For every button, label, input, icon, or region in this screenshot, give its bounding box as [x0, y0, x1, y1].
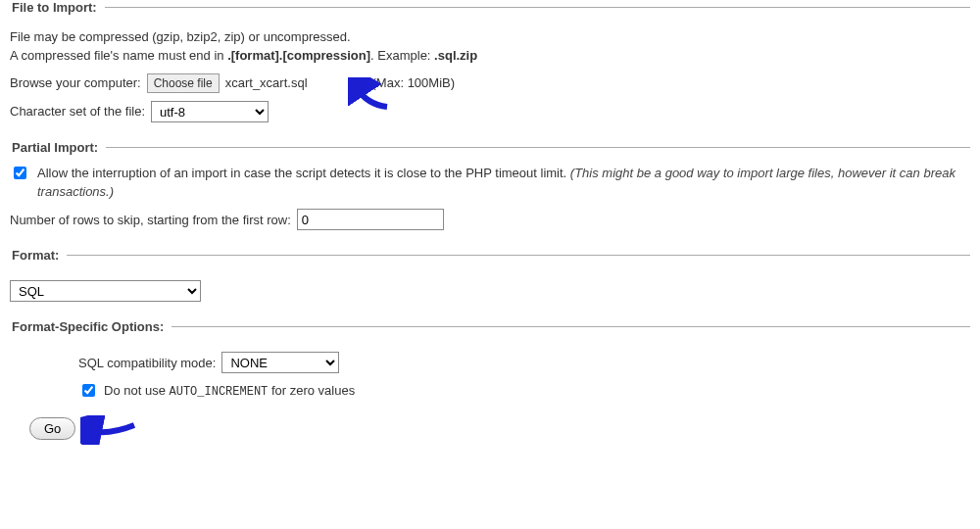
format-specific-legend: Format-Specific Options: — [10, 319, 172, 334]
partial-import-fieldset: Partial Import: Allow the interruption o… — [10, 140, 970, 239]
hint-line-2c: . Example: — [370, 48, 434, 63]
skip-rows-label: Number of rows to skip, starting from th… — [10, 213, 291, 227]
format-select[interactable]: SQL — [10, 280, 201, 302]
sql-compat-select[interactable]: NONE — [221, 352, 339, 373]
allow-interruption-checkbox[interactable] — [14, 167, 26, 179]
chosen-filename: xcart_xcart.sql — [225, 75, 308, 90]
choose-file-button[interactable]: Choose file — [147, 73, 220, 93]
charset-select[interactable]: utf-8 — [151, 101, 269, 122]
go-button[interactable]: Go — [29, 417, 75, 440]
file-to-import-legend: File to Import: — [10, 0, 105, 15]
pointer-arrow-icon — [80, 415, 139, 445]
hint-line-2b: .[format].[compression] — [227, 48, 370, 63]
compression-hint: File may be compressed (gzip, bzip2, zip… — [10, 28, 970, 66]
no-autoincrement-label: Do not use AUTO_INCREMENT for zero value… — [104, 383, 355, 399]
browse-label: Browse your computer: — [10, 75, 141, 90]
format-specific-fieldset: Format-Specific Options: SQL compatibili… — [10, 319, 970, 408]
partial-import-legend: Partial Import: — [10, 140, 106, 155]
hint-line-1: File may be compressed (gzip, bzip2, zip… — [10, 29, 351, 44]
format-fieldset: Format: SQL — [10, 248, 970, 310]
sql-compat-label: SQL compatibility mode: — [78, 356, 216, 370]
hint-line-2a: A compressed file's name must end in — [10, 48, 227, 63]
skip-rows-input[interactable] — [297, 209, 444, 230]
no-autoincrement-checkbox[interactable] — [82, 384, 95, 397]
charset-label: Character set of the file: — [10, 104, 145, 119]
pointer-arrow-icon — [348, 77, 397, 113]
allow-interruption-label: Allow the interruption of an import in c… — [37, 165, 970, 202]
hint-line-2d: .sql.zip — [434, 48, 477, 63]
format-legend: Format: — [10, 248, 67, 263]
file-to-import-fieldset: File to Import: File may be compressed (… — [10, 0, 970, 130]
